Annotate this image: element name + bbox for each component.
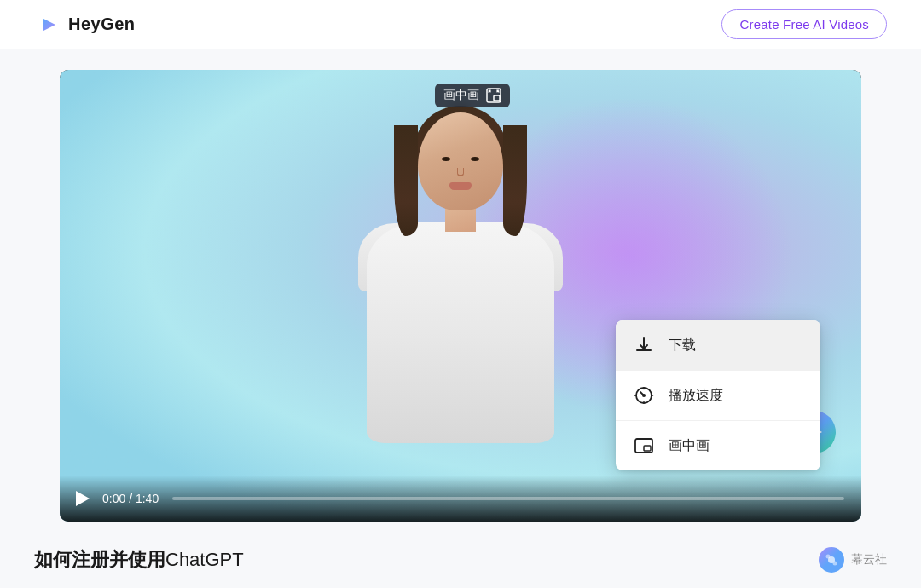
menu-item-speed[interactable]: 播放速度 — [616, 371, 820, 421]
title-normal: ChatGPT — [165, 549, 244, 570]
speed-label: 播放速度 — [669, 387, 723, 405]
pip-badge: 画中画 — [435, 84, 510, 107]
header: HeyGen Create Free AI Videos — [0, 0, 921, 49]
pip-menu-icon — [633, 435, 655, 457]
svg-point-11 — [833, 562, 837, 566]
person-eye-left — [442, 157, 450, 161]
person-head — [418, 112, 503, 210]
avatar-area — [324, 104, 597, 470]
create-free-videos-button[interactable]: Create Free AI Videos — [721, 9, 887, 39]
menu-item-pip[interactable]: 画中画 — [616, 421, 820, 470]
person-hair-left — [394, 125, 418, 236]
speed-icon — [633, 384, 655, 406]
person-body — [367, 222, 554, 443]
svg-rect-8 — [644, 446, 651, 451]
person-eye-right — [471, 157, 479, 161]
pip-label: 画中画 — [443, 88, 479, 103]
play-icon — [76, 491, 90, 506]
svg-rect-4 — [494, 95, 500, 101]
person-lips — [449, 182, 472, 190]
play-button[interactable] — [73, 489, 92, 508]
source-name: 幕云社 — [851, 552, 887, 568]
download-icon — [633, 334, 655, 356]
person-shape — [350, 112, 571, 470]
time-display: 0:00 / 1:40 — [102, 492, 159, 505]
menu-item-download[interactable]: 下载 — [616, 320, 820, 371]
download-label: 下载 — [669, 337, 696, 355]
pip-menu-label: 画中画 — [669, 437, 710, 455]
person-hair-right — [503, 125, 527, 236]
progress-bar[interactable] — [172, 497, 844, 500]
source-badge: 幕云社 — [819, 547, 887, 573]
main-content: 画中画 0:00 / 1:40 — [0, 49, 921, 535]
svg-point-10 — [826, 555, 831, 559]
video-controls: 0:00 / 1:40 — [60, 476, 861, 522]
pip-icon — [486, 88, 501, 103]
person-nose — [457, 168, 464, 176]
bottom-section: 如何注册并使用ChatGPT 幕云社 — [0, 535, 921, 573]
source-icon — [819, 547, 844, 573]
video-player[interactable]: 画中画 0:00 / 1:40 — [60, 70, 861, 522]
video-title: 如何注册并使用ChatGPT — [34, 547, 244, 573]
heygen-logo-icon — [34, 11, 61, 38]
title-bold: 如何注册并使用 — [34, 549, 165, 570]
context-menu: 下载 播放速度 — [616, 320, 820, 470]
logo-area: HeyGen — [34, 11, 136, 38]
logo-text: HeyGen — [68, 14, 136, 34]
